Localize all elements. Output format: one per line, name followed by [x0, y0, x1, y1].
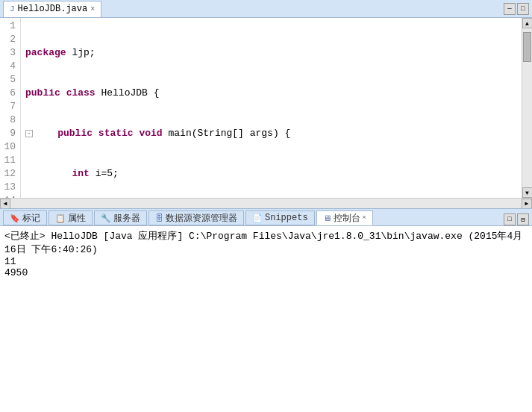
bottom-panel-controls: □ ⊟	[504, 213, 529, 225]
maximize-button[interactable]: □	[517, 3, 529, 15]
tab-servers[interactable]: 🔧 服务器	[94, 210, 147, 225]
scrollbar-track[interactable]	[522, 28, 532, 187]
tab-datasource-label: 数据源资源管理器	[166, 212, 237, 225]
code-line-2: public class HelloJDB {	[24, 87, 519, 100]
horizontal-scrollbar[interactable]: ◀ ▶	[0, 198, 532, 208]
tab-console-label: 控制台	[334, 212, 360, 225]
java-file-icon: J	[10, 4, 15, 13]
editor-area: 1 2 3 4 5 6 7 8 9 10 11 12 13 14 15 16 1…	[0, 18, 532, 198]
tab-properties-label: 属性	[68, 212, 86, 225]
properties-icon: 📋	[55, 213, 66, 223]
tab-snippets-label: Snippets	[265, 213, 308, 223]
tab-bookmark[interactable]: 🔖 标记	[3, 210, 47, 225]
window-controls: ─ □	[504, 3, 529, 15]
console-output: <已终止> HelloJDB [Java 应用程序] C:\Program Fi…	[0, 226, 532, 412]
scroll-left-button[interactable]: ◀	[0, 199, 10, 209]
console-tab-close[interactable]: ×	[363, 214, 366, 222]
datasource-icon: 🗄	[155, 213, 163, 223]
scrollbar-thumb[interactable]	[523, 32, 531, 62]
snippets-icon: 📄	[252, 213, 263, 223]
tab-datasource[interactable]: 🗄 数据源资源管理器	[148, 210, 244, 225]
console-status-line: <已终止> HelloJDB [Java 应用程序] C:\Program Fi…	[4, 229, 528, 256]
code-line-3: - public static void main(String[] args)…	[24, 127, 519, 140]
tab-snippets[interactable]: 📄 Snippets	[245, 210, 315, 225]
console-icon: 🖥	[323, 213, 331, 223]
code-line-4: int i=5;	[24, 167, 519, 181]
fold-icon-3[interactable]: -	[25, 130, 33, 137]
bottom-tabs: 🔖 标记 📋 属性 🔧 服务器 🗄 数据源资源管理器 📄 Snippets 🖥 …	[0, 208, 532, 226]
code-line-1: package ljp;	[24, 46, 519, 60]
editor-tab-close[interactable]: ×	[90, 5, 95, 13]
title-bar: J HelloJDB.java × ─ □	[0, 0, 532, 18]
editor-scroll[interactable]: 1 2 3 4 5 6 7 8 9 10 11 12 13 14 15 16 1…	[0, 18, 522, 198]
servers-icon: 🔧	[101, 213, 111, 223]
editor-tab-label: HelloJDB.java	[18, 4, 88, 14]
console-output-line2: 4950	[4, 267, 528, 278]
console-output-line1: 11	[4, 256, 528, 267]
tab-bookmark-label: 标记	[22, 212, 40, 225]
line-numbers: 1 2 3 4 5 6 7 8 9 10 11 12 13 14 15 16 1…	[0, 18, 21, 198]
scroll-right-button[interactable]: ▶	[522, 199, 532, 209]
code-content[interactable]: package ljp; public class HelloJDB { - p…	[21, 18, 522, 198]
console-minimize-button[interactable]: □	[504, 213, 516, 225]
minimize-button[interactable]: ─	[504, 3, 516, 15]
vertical-scrollbar[interactable]: ▲ ▼	[522, 18, 532, 198]
scroll-up-button[interactable]: ▲	[522, 18, 533, 28]
scroll-down-button[interactable]: ▼	[522, 187, 533, 198]
editor-tab[interactable]: J HelloJDB.java ×	[3, 1, 101, 17]
tab-properties[interactable]: 📋 属性	[48, 210, 93, 225]
hscrollbar-track[interactable]	[10, 199, 522, 208]
console-maximize-button[interactable]: ⊟	[517, 213, 529, 225]
tab-console[interactable]: 🖥 控制台 ×	[316, 210, 373, 225]
tab-servers-label: 服务器	[113, 212, 140, 225]
bookmark-icon: 🔖	[10, 213, 20, 223]
